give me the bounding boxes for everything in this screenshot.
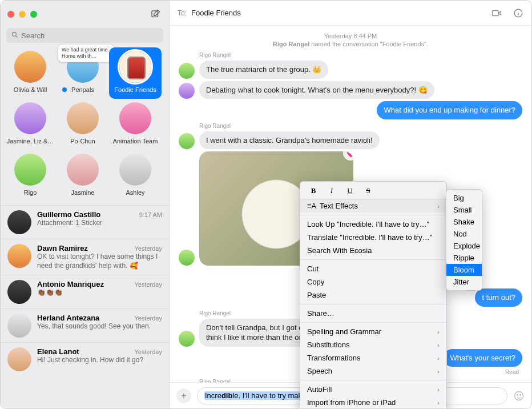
- menu-cut[interactable]: Cut: [300, 262, 446, 275]
- menu-speech[interactable]: Speech›: [300, 364, 446, 378]
- pinned-conversation[interactable]: Jasmine, Liz &…: [4, 99, 57, 150]
- pin-preview: We had a great time. Home with th…: [58, 44, 115, 62]
- pinned-conversation[interactable]: Jasmine: [57, 150, 109, 202]
- bubble[interactable]: What did you end up making for dinner?: [377, 101, 522, 119]
- menu-spelling[interactable]: Spelling and Grammar›: [300, 325, 446, 338]
- conv-name: Dawn Ramirez: [37, 244, 88, 252]
- format-bar: B I U S: [300, 184, 446, 199]
- message-received: Debating what to cook tonight. What's on…: [179, 81, 522, 99]
- effect-option[interactable]: Ripple: [446, 252, 482, 264]
- to-label: To:: [178, 9, 187, 17]
- italic-button[interactable]: I: [325, 186, 338, 195]
- bold-button[interactable]: B: [307, 186, 320, 195]
- effect-option[interactable]: Big: [446, 192, 482, 204]
- close-button[interactable]: [7, 11, 14, 18]
- bubble[interactable]: Debating what to cook tonight. What's on…: [199, 81, 434, 99]
- avatar: [179, 63, 195, 79]
- conv-body: Antonio ManriquezYesterday 👏🏾👏🏾👏🏾: [37, 280, 162, 304]
- menu-substitutions[interactable]: Substitutions›: [300, 338, 446, 351]
- conversation-item[interactable]: Dawn RamirezYesterday OK to visit tonigh…: [1, 239, 169, 275]
- conv-name: Elena Lanot: [37, 347, 79, 356]
- compose-button[interactable]: [148, 7, 162, 21]
- message-received: The true matriarch of the group. 👑: [179, 61, 522, 79]
- separator: [300, 259, 446, 260]
- pinned-conversation[interactable]: Ashley: [109, 150, 162, 202]
- conv-body: Elena LanotYesterday Hi! Just checking i…: [37, 347, 162, 371]
- titlebar: [1, 1, 169, 26]
- separator: [300, 215, 446, 215]
- svg-point-4: [515, 391, 523, 400]
- avatar: [67, 154, 99, 186]
- separator: [300, 380, 446, 380]
- underline-button[interactable]: U: [344, 186, 356, 195]
- pin-label: Ashley: [110, 189, 160, 196]
- bubble[interactable]: I went with a classic. Grandpa's homemad…: [199, 131, 380, 150]
- conv-name: Herland Antezana: [37, 314, 99, 322]
- menu-text-effects[interactable]: ≡AText Effects›: [300, 199, 446, 212]
- bubble[interactable]: What's your secret?: [444, 349, 522, 367]
- pin-label: Rigo: [5, 189, 55, 196]
- conv-preview: Hi! Just checking in. How did it go?: [37, 356, 162, 365]
- conversation-header: To: Foodie Friends: [170, 1, 531, 26]
- menu-paste[interactable]: Paste: [300, 288, 446, 302]
- menu-copy[interactable]: Copy: [300, 275, 446, 288]
- menu-import[interactable]: Import from iPhone or iPad›: [300, 396, 446, 409]
- conversation-item[interactable]: Elena LanotYesterday Hi! Just checking i…: [1, 342, 169, 376]
- conv-time: Yesterday: [134, 315, 162, 322]
- strike-button[interactable]: S: [362, 186, 374, 195]
- conv-time: Yesterday: [134, 245, 162, 252]
- pinned-conversation[interactable]: Rigo: [4, 150, 57, 202]
- search-input[interactable]: [6, 28, 163, 43]
- emoji-button[interactable]: [513, 390, 525, 402]
- message-sent: What did you end up making for dinner?: [179, 101, 522, 119]
- conversation-item[interactable]: Antonio ManriquezYesterday 👏🏾👏🏾👏🏾: [1, 275, 169, 308]
- conv-body: Guillermo Castillo9:17 AM Attachment: 1 …: [37, 210, 162, 234]
- sender-label: Rigo Rangel: [199, 123, 522, 129]
- pin-label: Jasmine: [58, 189, 108, 196]
- conv-preview: 👏🏾👏🏾👏🏾: [37, 288, 162, 298]
- effect-option[interactable]: Bloom: [446, 264, 482, 276]
- conversation-item[interactable]: Guillermo Castillo9:17 AM Attachment: 1 …: [1, 205, 169, 239]
- effect-option[interactable]: Shake: [446, 216, 482, 228]
- effect-option[interactable]: Explode: [446, 240, 482, 252]
- pinned-conversation[interactable]: PenpalsWe had a great time. Home with th…: [57, 47, 109, 99]
- avatar: [7, 244, 31, 268]
- avatar: [179, 250, 195, 266]
- pinned-conversation[interactable]: Foodie Friends: [109, 47, 162, 99]
- message-received: I went with a classic. Grandpa's homemad…: [179, 131, 522, 150]
- avatar: [14, 51, 46, 83]
- maximize-button[interactable]: [30, 11, 37, 18]
- attach-button[interactable]: +: [176, 388, 191, 403]
- pinned-conversation[interactable]: Po-Chun: [57, 99, 109, 150]
- menu-autofill[interactable]: AutoFill›: [300, 383, 446, 396]
- bubble[interactable]: The true matriarch of the group. 👑: [199, 61, 328, 79]
- header-actions: [490, 8, 523, 18]
- pin-label: Jasmine, Liz &…: [5, 138, 55, 145]
- pinned-conversation[interactable]: Olivia & Will: [4, 47, 57, 99]
- menu-search[interactable]: Search With Ecosia: [300, 244, 446, 257]
- separator: [300, 304, 446, 304]
- facetime-icon[interactable]: [490, 8, 503, 18]
- context-menu[interactable]: B I U S ≡AText Effects› Look Up "Incredi…: [300, 181, 447, 409]
- pin-label: Animation Team: [110, 138, 160, 145]
- menu-transformations[interactable]: Transformations›: [300, 351, 446, 364]
- effect-option[interactable]: Jitter: [446, 276, 482, 288]
- conversation-item[interactable]: Herland AntezanaYesterday Yes, that soun…: [1, 308, 169, 342]
- info-icon[interactable]: [513, 8, 523, 18]
- effect-option[interactable]: Nod: [446, 228, 482, 240]
- tapback-heart-icon[interactable]: 💗: [343, 151, 353, 161]
- avatar: [7, 210, 31, 234]
- compose-icon: [150, 9, 160, 19]
- bubble[interactable]: t turn out?: [475, 288, 522, 307]
- menu-share[interactable]: Share…: [300, 307, 446, 320]
- text-effects-submenu[interactable]: BigSmallShakeNodExplodeRippleBloomJitter: [446, 189, 482, 291]
- menu-translate[interactable]: Translate "Incredible. I'll have to try……: [300, 231, 446, 244]
- window-controls: [7, 11, 37, 18]
- pinned-conversation[interactable]: Animation Team: [109, 99, 162, 150]
- effect-option[interactable]: Small: [446, 204, 482, 216]
- menu-lookup[interactable]: Look Up "Incredible. I'll have to try…": [300, 218, 446, 231]
- conv-time: Yesterday: [134, 281, 162, 288]
- avatar: [179, 331, 195, 347]
- minimize-button[interactable]: [19, 11, 26, 18]
- conv-name: Guillermo Castillo: [37, 210, 100, 219]
